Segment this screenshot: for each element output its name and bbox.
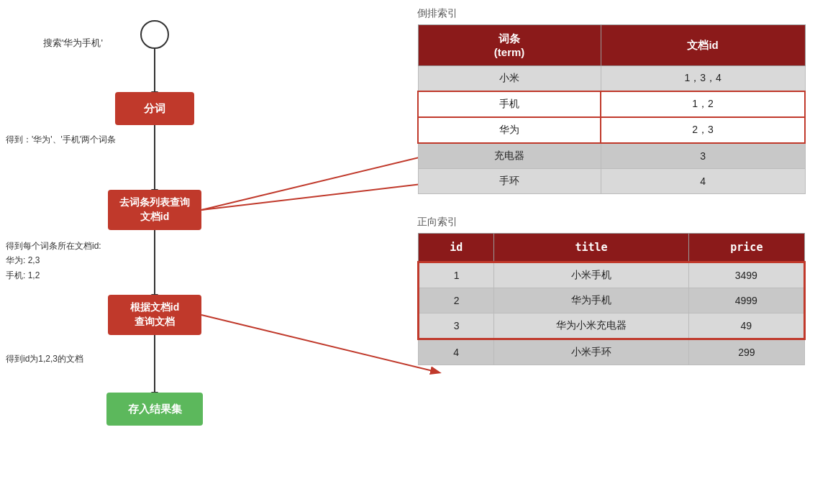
fwd-id-3: 3 [419,313,494,339]
tables-area: 倒排索引 词条(term) 文档id 小米 1，3，4 手机 1，2 [417,7,806,365]
inverted-index-table: 词条(term) 文档id 小米 1，3，4 手机 1，2 华为 [417,24,806,194]
table-row: 2 华为手机 4999 [419,288,805,313]
inv-term-phone: 手机 [418,91,601,117]
fwd-title-2: 华为手机 [494,288,688,313]
table-row: 充电器 3 [418,143,805,169]
fwd-price-1: 3499 [688,262,804,288]
flow-diagram: 搜索'华为手机' 分词 得到：'华为'、'手机'两个词条 去词条列表查询文档id… [0,0,302,504]
step4-box: 存入结果集 [106,393,203,426]
forward-index-label: 正向索引 [417,216,806,229]
inv-docid-charger: 3 [601,143,805,169]
main-container: 搜索'华为手机' 分词 得到：'华为'、'手机'两个词条 去词条列表查询文档id… [0,0,833,504]
fwd-header-price: price [688,234,804,262]
inv-docid-huawei: 2，3 [601,117,805,143]
fwd-header-title: title [494,234,688,262]
step3-box: 根据文档id查询文档 [108,295,201,335]
fwd-title-1: 小米手机 [494,262,688,288]
step1-box: 分词 [115,92,194,125]
step3-note: 得到id为1,2,3的文档 [6,352,83,366]
inv-term-xiaomi: 小米 [418,66,601,92]
arrow3 [154,230,155,295]
table-row: 手环 4 [418,169,805,194]
arrow4 [154,335,155,393]
forward-index-table: id title price 1 小米手机 3499 2 [417,233,806,365]
inv-term-charger: 充电器 [418,143,601,169]
forward-index-section: 正向索引 id title price 1 小米手机 [417,216,806,365]
fwd-title-3: 华为小米充电器 [494,313,688,339]
table-row: 手机 1，2 [418,91,805,117]
table-row: 小米 1，3，4 [418,66,805,92]
fwd-title-4: 小米手环 [494,339,688,365]
fwd-header-id: id [419,234,494,262]
search-label: 搜索'华为手机' [43,36,103,51]
inv-docid-phone: 1，2 [601,91,805,117]
arrow1 [154,49,155,92]
fwd-price-3: 49 [688,313,804,339]
fwd-id-4: 4 [419,339,494,365]
inv-docid-band: 4 [601,169,805,194]
step2-box: 去词条列表查询文档id [108,190,201,230]
inverted-index-label: 倒排索引 [417,7,806,20]
inv-header-term: 词条(term) [418,25,601,66]
step1-note: 得到：'华为'、'手机'两个词条 [6,133,116,147]
start-circle [140,20,169,49]
fwd-price-4: 299 [688,339,804,365]
table-row: 3 华为小米充电器 49 [419,313,805,339]
fwd-id-1: 1 [419,262,494,288]
inv-term-huawei: 华为 [418,117,601,143]
inv-docid-xiaomi: 1，3，4 [601,66,805,92]
fwd-id-2: 2 [419,288,494,313]
fwd-price-2: 4999 [688,288,804,313]
table-row: 4 小米手环 299 [419,339,805,365]
step2-note: 得到每个词条所在文档id:华为: 2,3手机: 1,2 [6,239,101,283]
table-row: 1 小米手机 3499 [419,262,805,288]
inverted-index-section: 倒排索引 词条(term) 文档id 小米 1，3，4 手机 1，2 [417,7,806,194]
inv-header-docid: 文档id [601,25,805,66]
arrow2 [154,125,155,190]
inv-term-band: 手环 [418,169,601,194]
table-row: 华为 2，3 [418,117,805,143]
